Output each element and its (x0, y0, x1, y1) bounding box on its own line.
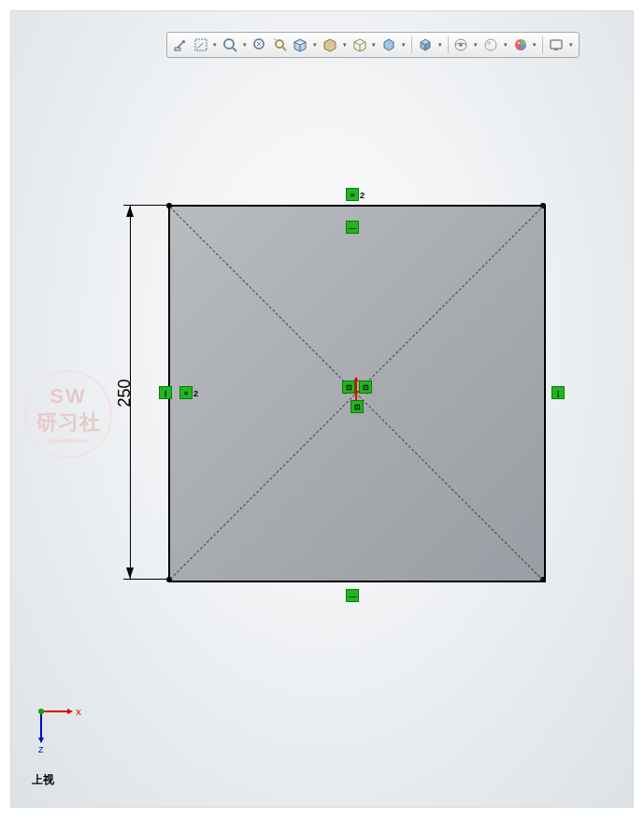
svg-rect-6 (175, 48, 180, 50)
coordinate-triad: X Z (32, 702, 88, 760)
previous-view-icon[interactable] (221, 36, 239, 54)
svg-rect-17 (551, 40, 562, 49)
zoom-area-dropdown[interactable]: ▾ (211, 36, 219, 54)
color-ball-dropdown[interactable]: ▾ (532, 36, 539, 54)
axis-z-label: Z (38, 745, 44, 754)
section-view-icon[interactable] (250, 36, 269, 54)
svg-rect-4 (631, 0, 644, 818)
view-name-label: 上视 (32, 772, 54, 788)
zoom-to-fit-icon[interactable] (171, 36, 190, 54)
svg-point-8 (224, 39, 234, 49)
constraint-origin-1[interactable]: ⊡ (342, 380, 355, 394)
hide-show-dropdown[interactable]: ▾ (436, 36, 444, 54)
svg-point-10 (276, 40, 283, 48)
display-style-icon[interactable] (321, 36, 339, 54)
edit-appearance-dropdown[interactable]: ▾ (472, 36, 479, 54)
hidden-lines-icon[interactable] (351, 36, 369, 54)
dim-arrow-bottom (126, 567, 134, 579)
constraint-origin-2[interactable]: ⊡ (359, 380, 372, 394)
dim-extension-bottom (123, 579, 168, 580)
constraint-bottom-horizontal[interactable]: — (346, 589, 359, 602)
dimension-value[interactable]: 250 (115, 379, 135, 407)
view-settings-dropdown[interactable]: ▾ (567, 36, 575, 54)
constraint-right-vertical[interactable]: | (551, 386, 565, 399)
previous-view-dropdown[interactable]: ▾ (241, 36, 249, 54)
svg-point-16 (517, 42, 520, 45)
constraint-top-equal[interactable]: = (346, 188, 359, 201)
svg-point-21 (38, 709, 44, 714)
watermark-logo: SW 研习社 SolidWorks (24, 370, 112, 458)
view-toolbar: ▾ ▾ ▾ ▾ ▾ ▾ ▾ ▾ ▾ ▾ ▾ (166, 32, 580, 58)
color-ball-icon[interactable] (511, 36, 530, 54)
dynamic-zoom-icon[interactable] (271, 36, 290, 54)
sketch-area[interactable]: 250 ⊡ ⊡ ⊡ = — | = | — (123, 198, 572, 610)
axis-x-label: X (76, 708, 81, 717)
apply-scene-dropdown[interactable]: ▾ (502, 36, 509, 54)
constraint-left-vertical[interactable]: | (159, 386, 172, 399)
svg-point-14 (487, 41, 491, 45)
edit-appearance-icon[interactable] (452, 36, 471, 54)
constraint-origin-3[interactable]: ⊡ (351, 400, 364, 413)
view-settings-icon[interactable] (547, 36, 565, 54)
apply-scene-icon[interactable] (481, 36, 500, 54)
svg-point-12 (459, 43, 463, 47)
svg-point-13 (485, 39, 496, 50)
constraint-top-horizontal[interactable]: — (346, 221, 359, 234)
hidden-lines-dropdown[interactable]: ▾ (370, 36, 378, 54)
shadows-icon[interactable] (379, 36, 398, 54)
svg-rect-2 (0, 805, 644, 818)
svg-rect-18 (554, 49, 558, 50)
zoom-area-icon[interactable] (192, 36, 210, 54)
display-style-dropdown[interactable]: ▾ (341, 36, 349, 54)
shadows-dropdown[interactable]: ▾ (400, 36, 408, 54)
view-orientation-dropdown[interactable]: ▾ (311, 36, 319, 54)
dim-arrow-top (126, 206, 134, 217)
view-orientation-icon[interactable] (291, 36, 309, 54)
hide-show-icon[interactable] (416, 36, 435, 54)
constraint-left-equal[interactable]: = (179, 386, 193, 399)
